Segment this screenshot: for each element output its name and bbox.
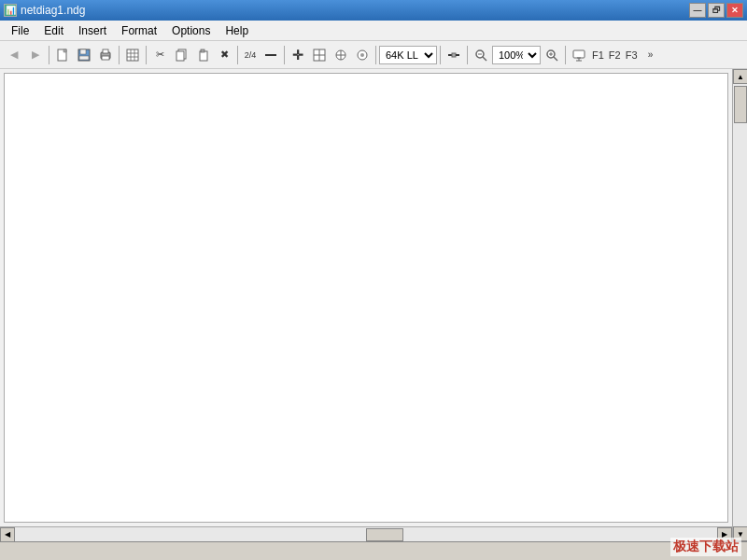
- menu-help[interactable]: Help: [218, 22, 256, 39]
- svg-rect-35: [573, 50, 585, 58]
- svg-rect-15: [201, 49, 204, 52]
- menu-file[interactable]: File: [4, 22, 36, 39]
- title-bar-left: 📊 netdiag1.ndg: [4, 4, 85, 17]
- toolbar-sep-1: [49, 46, 49, 64]
- close-button[interactable]: ✕: [726, 3, 743, 18]
- tool3-button[interactable]: [331, 45, 351, 65]
- svg-rect-7: [127, 49, 138, 61]
- window-title: netdiag1.ndg: [21, 4, 85, 17]
- toolbar-sep-8: [467, 46, 468, 64]
- toolbar-sep-6: [375, 46, 376, 64]
- restore-button[interactable]: 🗗: [708, 3, 725, 18]
- plugin-button[interactable]: [444, 45, 464, 65]
- main-area: ◀ ▶ ▲ ▼: [0, 69, 747, 541]
- menu-options[interactable]: Options: [164, 22, 218, 39]
- copy-button[interactable]: [171, 45, 191, 65]
- toolbar-sep-3: [146, 46, 147, 64]
- paste-button[interactable]: [192, 45, 213, 65]
- toolbar-sep-2: [119, 46, 120, 64]
- network-speed-dropdown[interactable]: 64K LL 128K LL 256K LL 512K LL T1 T3: [379, 46, 437, 64]
- tool2-button[interactable]: [309, 45, 330, 65]
- svg-rect-3: [79, 56, 89, 60]
- print-button[interactable]: [95, 45, 116, 65]
- svg-rect-6: [102, 56, 109, 60]
- watermark: 极速下载站: [670, 538, 741, 556]
- menu-edit[interactable]: Edit: [36, 22, 71, 39]
- toolbar-sep-9: [565, 46, 566, 64]
- f2-label[interactable]: F2: [607, 49, 623, 61]
- title-bar-controls: — 🗗 ✕: [689, 3, 743, 18]
- back-button[interactable]: ◀: [4, 45, 24, 65]
- scrollbar-vertical: ▲ ▼: [732, 69, 747, 541]
- scrollbar-v-thumb[interactable]: [734, 86, 747, 123]
- canvas-wrapper: ◀ ▶: [0, 69, 732, 541]
- svg-line-32: [554, 57, 557, 61]
- svg-rect-26: [452, 53, 456, 57]
- f3-label[interactable]: F3: [624, 49, 640, 61]
- zoom-out-button[interactable]: [471, 45, 491, 65]
- toolbar-sep-5: [284, 46, 285, 64]
- scroll-left-button[interactable]: ◀: [0, 527, 15, 542]
- toolbar-sep-7: [440, 46, 441, 64]
- save-button[interactable]: [74, 45, 94, 65]
- svg-point-24: [360, 53, 364, 57]
- toolbar: ◀ ▶ ✂ ✖ 2/4: [0, 41, 747, 69]
- canvas-area[interactable]: [4, 73, 728, 523]
- menu-insert[interactable]: Insert: [71, 22, 114, 39]
- scrollbar-horizontal: ◀ ▶: [0, 526, 732, 541]
- forward-button[interactable]: ▶: [25, 45, 46, 65]
- svg-rect-13: [176, 51, 184, 61]
- menu-bar: File Edit Insert Format Options Help: [0, 21, 747, 41]
- scroll-up-button[interactable]: ▲: [733, 69, 747, 84]
- svg-rect-5: [103, 49, 108, 53]
- cut-button[interactable]: ✂: [149, 45, 170, 65]
- svg-line-29: [483, 57, 486, 61]
- more-button[interactable]: »: [641, 45, 661, 65]
- svg-rect-14: [200, 51, 207, 61]
- title-bar: 📊 netdiag1.ndg — 🗗 ✕: [0, 0, 747, 21]
- line-button[interactable]: [261, 45, 281, 65]
- menu-format[interactable]: Format: [114, 22, 164, 39]
- scrollbar-h-track[interactable]: [15, 527, 717, 542]
- monitor-button[interactable]: [569, 45, 589, 65]
- delete-button[interactable]: ✖: [214, 45, 234, 65]
- scrollbar-v-track[interactable]: [733, 84, 747, 526]
- table-button[interactable]: [122, 45, 143, 65]
- tool4-button[interactable]: [352, 45, 373, 65]
- status-bar: 极速下载站: [0, 541, 747, 560]
- scrollbar-h-thumb[interactable]: [366, 528, 403, 541]
- minimize-button[interactable]: —: [689, 3, 706, 18]
- fraction-button[interactable]: 2/4: [241, 45, 260, 65]
- main-window: 📊 netdiag1.ndg — 🗗 ✕ File Edit Insert Fo…: [0, 0, 747, 560]
- app-icon: 📊: [4, 4, 17, 17]
- zoom-dropdown[interactable]: 50% 75% 100% 125% 150% 200%: [492, 46, 541, 64]
- f1-label[interactable]: F1: [590, 49, 606, 61]
- svg-rect-2: [80, 49, 86, 54]
- toolbar-sep-4: [237, 46, 238, 64]
- new-button[interactable]: [52, 45, 73, 65]
- zoom-in-button[interactable]: [542, 45, 562, 65]
- cursor-button[interactable]: ✛: [288, 45, 308, 65]
